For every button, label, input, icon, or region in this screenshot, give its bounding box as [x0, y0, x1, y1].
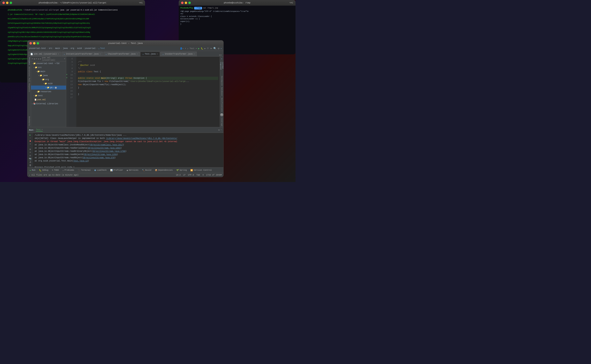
run-link-1[interactable]: /Library/Java/JavaVirtualMachines/jdk1.7… [106, 137, 177, 140]
run-button[interactable]: ▶ [198, 47, 200, 50]
breadcrumb-vcs-btn[interactable]: ⬆ [185, 47, 186, 50]
tree-item-su18[interactable]: ▾ 📁 su18 [31, 82, 66, 85]
sidebar-btn-1[interactable]: ≡ [32, 58, 33, 60]
bottom-tab-terminal[interactable]: ⬛ Terminal [76, 168, 92, 173]
intellij-min-btn[interactable] [33, 42, 35, 45]
run-link-4[interactable]: ObjectInputStream.java:1798 [93, 150, 125, 152]
run-link-7[interactable]: Test.java:13 [73, 160, 88, 162]
tab-test-close[interactable]: × [157, 53, 158, 55]
run-gutter-trash[interactable]: 🗑 [28, 164, 32, 167]
breadcrumb-ysuserial[interactable]: ysuserial [85, 47, 95, 50]
more-button[interactable]: ≫ [210, 47, 212, 50]
tree-item-root[interactable]: ▾ 📁 ysuserial-test ~/Id [31, 61, 66, 65]
run-gutter-btn5[interactable]: ⊞ [28, 148, 32, 151]
sidebar-label-pull-requests[interactable]: Pull Requests [28, 77, 31, 93]
sidebar-btn-4[interactable]: ⊕ [38, 58, 39, 60]
bottom-tab-run[interactable]: ▶ Run [28, 168, 37, 173]
profile-button[interactable]: ⏱ [207, 47, 209, 50]
right-label-coverage[interactable]: Coverage [220, 117, 223, 127]
search-button[interactable]: 🔍 [213, 47, 217, 50]
tab-pom-xml[interactable]: 📄 pom.xml (ysuserial) × [28, 52, 61, 56]
tree-item-ys[interactable]: ▾ 📁 ys ▸ ⬤ [31, 85, 66, 90]
sidebar-btn-2[interactable]: ⊞ [34, 58, 35, 60]
tree-item-src[interactable]: ▾ 📁 src [31, 65, 66, 70]
statusbar-memory[interactable]: 1733 of 2048M [206, 174, 222, 176]
fold-arrow-11[interactable]: ▾ [74, 73, 75, 74]
statusbar-line-col[interactable]: 16:2 [176, 174, 181, 176]
right-label-decompile[interactable]: Decompile [220, 75, 223, 87]
tab-more-icon[interactable]: ≡▾ [219, 54, 222, 56]
run-gutter-btn6[interactable]: ≡ [28, 151, 32, 154]
coverage-button[interactable]: ▶ [204, 47, 206, 50]
tab-instantiate[interactable]: ☕ InstantiateTransformer.java × [61, 52, 103, 56]
tree-item-pom[interactable]: 📋 pom.xml [31, 98, 66, 102]
run-gutter-btn7[interactable]: ⊡ [28, 154, 32, 157]
min-btn-2[interactable] [185, 2, 187, 4]
breadcrumb-java[interactable]: java [63, 47, 68, 50]
bottom-tab-dependencies[interactable]: 📦 Dependencies [153, 168, 174, 173]
sidebar-label-project[interactable]: Project [28, 57, 31, 66]
breadcrumb-src[interactable]: src [49, 47, 52, 50]
breadcrumb-main[interactable]: main [55, 47, 60, 50]
breadcrumb-org[interactable]: org [71, 47, 74, 50]
max-btn-1[interactable] [10, 2, 12, 4]
run-gutter-close2[interactable]: × [28, 143, 32, 145]
run-settings-icon[interactable]: ⚙ [218, 129, 220, 131]
bottom-tab-vcs[interactable]: 🔀 Version Control [189, 168, 213, 173]
bottom-tab-problems[interactable]: ⚠ Problems [61, 168, 76, 173]
debug-button[interactable]: 🐛 [201, 47, 203, 50]
tree-item-ext-libs[interactable]: ▸ 📚 External Libraries [31, 102, 66, 106]
bottom-tab-debug[interactable]: 🐛 Debug [38, 168, 50, 173]
run-gutter-rerun[interactable]: ↑ [28, 137, 32, 139]
statusbar-encoding[interactable]: UTF-8 [188, 174, 194, 176]
right-label-copilot[interactable]: GitHub Copilot [220, 61, 223, 75]
tab-invoker[interactable]: ☕ InvokerTransformer.java × [160, 52, 197, 56]
breadcrumb-su18[interactable]: su18 [77, 47, 82, 50]
tree-item-resources[interactable]: ▸ 📁 resources [31, 90, 66, 94]
run-panel-tab[interactable]: Test × [36, 129, 42, 131]
tree-item-java[interactable]: ▾ 📁 java [31, 73, 66, 78]
run-link-2[interactable]: ObjectStreamClass.java:1017 [90, 144, 123, 146]
copilot-icon-wrapper[interactable]: ✦ [220, 57, 223, 61]
close-btn-2[interactable] [181, 2, 184, 4]
run-gutter-camera[interactable]: 📷 [28, 157, 32, 160]
tab-test[interactable]: ☕ Test.java × [140, 52, 160, 56]
intellij-max-btn[interactable] [37, 42, 39, 45]
copilot-button[interactable]: ✦ [221, 47, 222, 50]
run-gutter-play[interactable]: ▶ [28, 134, 32, 136]
tree-item-org[interactable]: ▾ 📁 org [31, 78, 66, 82]
tab-chained-close[interactable]: × [137, 53, 138, 55]
bottom-tab-build[interactable]: 🔨 Build [140, 168, 153, 173]
tab-chained[interactable]: ☕ ChainedTransformer.java × [103, 52, 140, 56]
intellij-close-btn[interactable] [29, 42, 32, 45]
right-label-database[interactable]: Database [220, 86, 223, 97]
max-btn-2[interactable] [188, 2, 191, 4]
min-btn-1[interactable] [6, 2, 8, 4]
run-link-3[interactable]: ObjectInputStream.java:1893 [88, 147, 120, 149]
settings-button[interactable]: ⚙ [218, 47, 219, 50]
bottom-tab-todo[interactable]: ≡ TODO [50, 168, 60, 173]
run-gutter-stop[interactable]: ■ [28, 140, 32, 142]
bottom-tab-profiler[interactable]: 📊 Profiler [109, 168, 125, 173]
tab-pom-close[interactable]: × [58, 53, 59, 55]
run-gutter-print[interactable]: 🖨 [28, 161, 32, 163]
sidebar-btn-3[interactable]: ≡ [36, 58, 37, 60]
tab-invoker-close[interactable]: × [194, 53, 195, 55]
run-close-icon[interactable]: − [220, 129, 222, 131]
breadcrumb-run-config[interactable]: ☕ Test ▾ [187, 47, 197, 50]
bottom-tab-services[interactable]: ◉ Services [125, 168, 140, 173]
breadcrumb-test[interactable]: ☕ Test [98, 47, 105, 50]
run-link-6[interactable]: ObjectInputStream.java:370 [83, 157, 114, 159]
tree-item-test[interactable]: ▾ 📁 test [31, 94, 66, 98]
close-btn-1[interactable] [2, 2, 5, 4]
sidebar-label-bookmarks[interactable]: Bookmarks [28, 116, 31, 127]
run-tab-close[interactable]: × [41, 129, 42, 131]
breadcrumb-project[interactable]: ysuserial-test [29, 47, 46, 50]
sidebar-label-structure[interactable]: Structure [28, 66, 31, 77]
breadcrumb-avatar[interactable]: 👤▾ [180, 47, 184, 50]
bottom-tab-luacheck[interactable]: ⬟ LuaCheck [93, 168, 108, 173]
code-content[interactable]: /** * @author su18 */ public class Test … [76, 57, 220, 127]
right-label-notifications[interactable]: Notifications [220, 97, 223, 113]
run-link-5[interactable]: ObjectInputStream.java:1350 [84, 153, 117, 156]
sidebar-btn-5[interactable]: ⚙ [40, 58, 41, 60]
